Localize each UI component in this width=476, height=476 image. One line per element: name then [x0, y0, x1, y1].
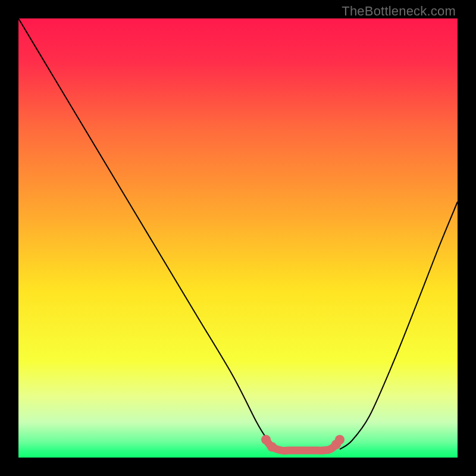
curve-right: [340, 202, 458, 449]
optimum-marker-dot: [267, 442, 277, 452]
curve-left: [18, 18, 285, 449]
optimum-marker-band: [266, 440, 340, 451]
watermark-label: TheBottleneck.com: [342, 4, 456, 19]
chart-frame: TheBottleneck.com: [0, 0, 476, 476]
optimum-marker-dot: [335, 435, 345, 444]
curve-layer: [18, 18, 458, 458]
